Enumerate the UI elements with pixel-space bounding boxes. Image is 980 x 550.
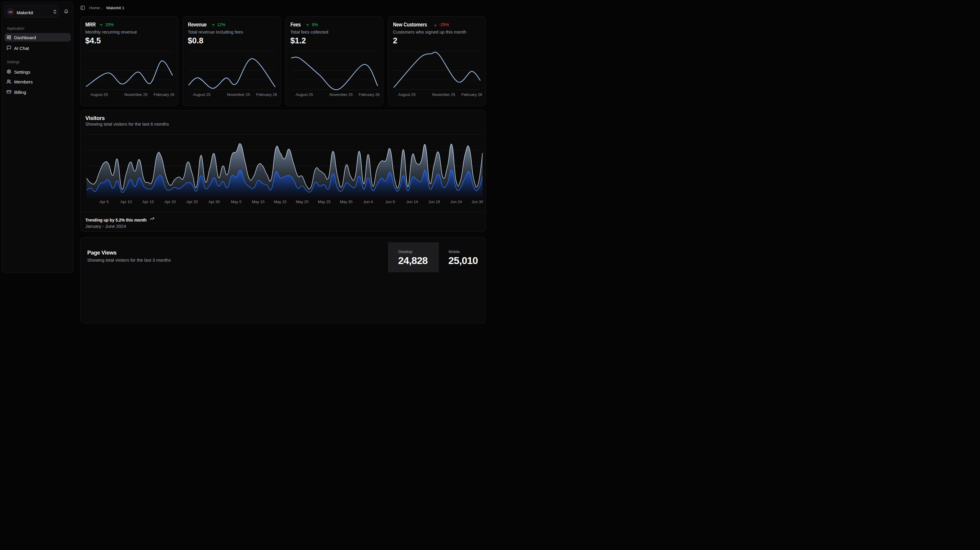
svg-text:Apr 5: Apr 5	[100, 200, 109, 204]
svg-text:Apr 20: Apr 20	[164, 200, 176, 204]
svg-text:May 25: May 25	[318, 200, 331, 204]
svg-text:Apr 15: Apr 15	[142, 200, 154, 204]
svg-text:Jun 4: Jun 4	[363, 200, 373, 204]
svg-text:Apr 10: Apr 10	[121, 200, 132, 204]
svg-text:May 20: May 20	[296, 200, 309, 204]
svg-text:May 30: May 30	[340, 200, 353, 204]
svg-text:May 15: May 15	[274, 200, 286, 204]
svg-text:Apr 25: Apr 25	[186, 200, 198, 204]
svg-text:Jun 30: Jun 30	[472, 200, 483, 204]
svg-text:May 5: May 5	[231, 200, 241, 204]
svg-text:May 10: May 10	[252, 200, 265, 204]
svg-text:Jun 19: Jun 19	[428, 200, 440, 204]
svg-text:Apr 30: Apr 30	[208, 200, 220, 204]
svg-text:Jun 24: Jun 24	[450, 200, 462, 204]
svg-text:Jun 9: Jun 9	[385, 200, 395, 204]
svg-text:Jun 14: Jun 14	[406, 200, 418, 204]
